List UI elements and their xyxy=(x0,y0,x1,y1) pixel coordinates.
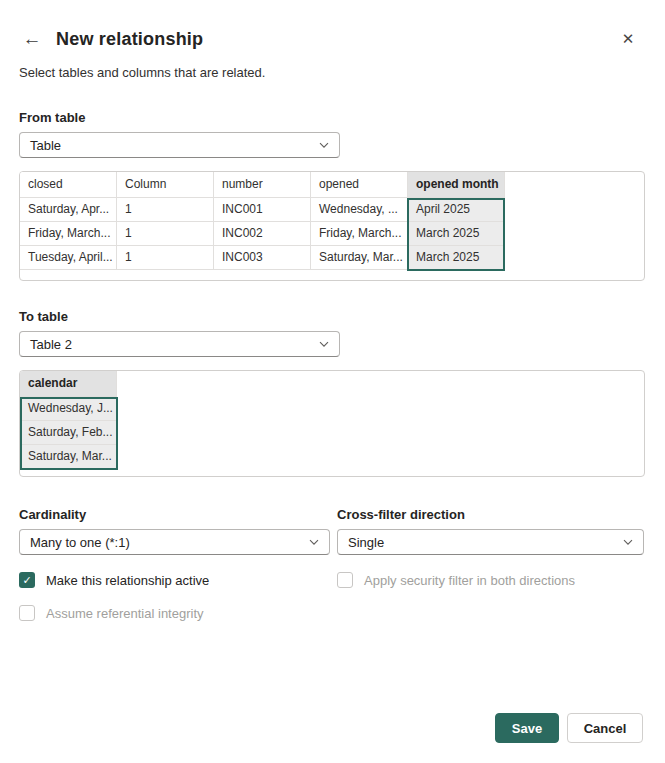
dialog-header: ← New relationship xyxy=(19,26,645,52)
column-header[interactable]: number xyxy=(214,172,311,198)
cardinality-value: Many to one (*:1) xyxy=(30,535,130,550)
table-cell[interactable]: INC001 xyxy=(214,198,311,222)
to-table-grid: calendar Wednesday, J... Saturday, Feb..… xyxy=(19,370,645,477)
table-row: Wednesday, J... xyxy=(20,397,644,421)
column-header[interactable]: Column xyxy=(117,172,214,198)
to-table-header-row: calendar xyxy=(20,371,644,397)
from-table-label: From table xyxy=(19,110,645,125)
chevron-down-icon xyxy=(622,536,634,548)
save-button[interactable]: Save xyxy=(495,713,559,743)
table-row: Saturday, Mar... xyxy=(20,445,644,469)
chevron-down-icon xyxy=(318,139,330,151)
dialog-footer: Save Cancel xyxy=(495,713,643,743)
table-row: Saturday, Feb... xyxy=(20,421,644,445)
to-table-label: To table xyxy=(19,309,645,324)
table-cell-selected[interactable]: Saturday, Feb... xyxy=(20,421,117,445)
table-cell[interactable]: 1 xyxy=(117,198,214,222)
table-cell[interactable]: INC003 xyxy=(214,246,311,270)
chevron-down-icon xyxy=(318,338,330,350)
to-table-dropdown[interactable]: Table 2 xyxy=(19,331,340,357)
table-cell[interactable]: 1 xyxy=(117,246,214,270)
table-cell-selected[interactable]: March 2025 xyxy=(408,222,505,246)
from-table-dropdown[interactable]: Table xyxy=(19,132,340,158)
table-cell-selected[interactable]: Wednesday, J... xyxy=(20,397,117,421)
cardinality-label: Cardinality xyxy=(19,507,330,522)
column-header[interactable]: closed xyxy=(20,172,117,198)
table-cell[interactable]: Saturday, Apr... xyxy=(20,198,117,222)
table-row: Saturday, Apr... 1 INC001 Wednesday, ...… xyxy=(20,198,644,222)
security-filter-option: Apply security filter in both directions xyxy=(337,572,644,588)
page-title: New relationship xyxy=(56,29,203,50)
table-cell[interactable]: Wednesday, ... xyxy=(311,198,408,222)
table-cell-selected[interactable]: Saturday, Mar... xyxy=(20,445,117,469)
checkbox-unchecked-icon xyxy=(19,605,35,621)
cancel-button[interactable]: Cancel xyxy=(567,713,643,743)
table-row: Friday, March... 1 INC002 Friday, March.… xyxy=(20,222,644,246)
crossfilter-value: Single xyxy=(348,535,384,550)
from-table-dropdown-value: Table xyxy=(30,138,61,153)
dialog-subtitle: Select tables and columns that are relat… xyxy=(19,65,645,80)
table-row: Tuesday, April... 1 INC003 Saturday, Mar… xyxy=(20,246,644,270)
column-header-selected[interactable]: opened month xyxy=(408,172,505,198)
close-icon[interactable]: ✕ xyxy=(617,28,639,50)
chevron-down-icon xyxy=(308,536,320,548)
options-row: Cardinality Many to one (*:1) Cross-filt… xyxy=(19,507,645,555)
checkbox-area: ✓ Make this relationship active Apply se… xyxy=(19,572,645,621)
to-table-dropdown-value: Table 2 xyxy=(30,337,72,352)
column-header[interactable]: opened xyxy=(311,172,408,198)
new-relationship-dialog: ← New relationship ✕ Select tables and c… xyxy=(0,0,665,763)
checkbox-checked-icon[interactable]: ✓ xyxy=(19,572,35,588)
table-cell[interactable]: Tuesday, April... xyxy=(20,246,117,270)
security-filter-label: Apply security filter in both directions xyxy=(364,573,575,588)
referential-integrity-label: Assume referential integrity xyxy=(46,606,204,621)
cardinality-dropdown[interactable]: Many to one (*:1) xyxy=(19,529,330,555)
crossfilter-label: Cross-filter direction xyxy=(337,507,644,522)
table-cell[interactable]: Friday, March... xyxy=(311,222,408,246)
checkbox-unchecked-icon xyxy=(337,572,353,588)
table-cell[interactable]: 1 xyxy=(117,222,214,246)
active-relationship-label[interactable]: Make this relationship active xyxy=(46,573,209,588)
table-cell-selected[interactable]: March 2025 xyxy=(408,246,505,270)
active-relationship-option: ✓ Make this relationship active xyxy=(19,572,330,588)
table-cell[interactable]: Friday, March... xyxy=(20,222,117,246)
crossfilter-dropdown[interactable]: Single xyxy=(337,529,644,555)
referential-integrity-option: Assume referential integrity xyxy=(19,605,330,621)
table-cell[interactable]: INC002 xyxy=(214,222,311,246)
table-cell[interactable]: Saturday, Mar... xyxy=(311,246,408,270)
column-header-selected[interactable]: calendar xyxy=(20,371,117,397)
from-table-grid: closed Column number opened opened month… xyxy=(19,171,645,281)
table-cell-selected[interactable]: April 2025 xyxy=(408,198,505,222)
back-arrow-icon[interactable]: ← xyxy=(19,26,45,52)
from-table-header-row: closed Column number opened opened month xyxy=(20,172,644,198)
